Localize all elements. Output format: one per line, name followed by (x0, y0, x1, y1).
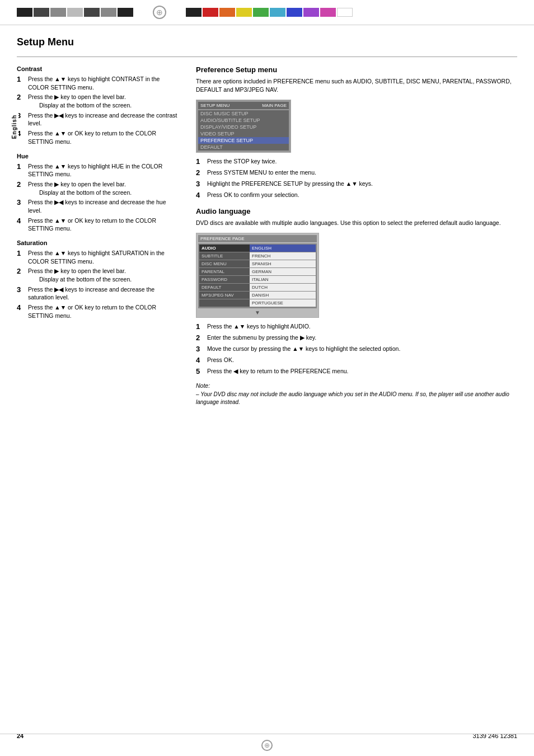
audio-intro: DVD discs are available with multiple au… (196, 219, 517, 227)
list-item: 1 Press the STOP key twice. (196, 157, 517, 167)
audio-menu-screenshot: PREFERENCE PAGE AUDIO ENGLISH SUBTITLE F… (196, 233, 319, 318)
color-block (84, 8, 100, 17)
list-item: 3 Highlight the PREFERENCE SETUP by pres… (196, 180, 517, 189)
list-item: 1 Press the ▲▼ keys to highlight AUDIO. (196, 322, 517, 332)
list-item: 2 Press the ▶ key to open the level bar.… (17, 180, 179, 196)
list-item: 4 Press the ▲▼ or OK key to return to th… (17, 303, 179, 320)
preference-heading: Preference Setup menu (196, 65, 517, 74)
color-block (34, 8, 49, 17)
color-block (50, 8, 66, 17)
color-block (236, 8, 252, 17)
list-item: 2 Press SYSTEM MENU to enter the menu. (196, 168, 517, 178)
contrast-list: 1 Press the ▲▼ keys to highlight CONTRAS… (17, 75, 179, 146)
language-tab: English (10, 112, 18, 142)
note-section: Note: – Your DVD disc may not include th… (196, 382, 517, 406)
color-block (67, 8, 83, 17)
page-title: Setup Menu (17, 36, 517, 48)
saturation-heading: Saturation (17, 240, 179, 246)
bottom-bar: ⊕ (0, 734, 534, 756)
color-block (337, 8, 353, 17)
preference-menu-screenshot: SETUP MENU MAIN PAGE DISC MUSIC SETUP AU… (196, 100, 291, 153)
list-item: 3 Press the ▶◀ keys to increase and decr… (17, 198, 179, 214)
contrast-heading: Contrast (17, 65, 179, 72)
list-item: 4 Press the ▲▼ or OK key to return to th… (17, 217, 179, 233)
two-column-layout: Contrast 1 Press the ▲▼ keys to highligh… (17, 65, 517, 406)
color-block (186, 8, 202, 17)
left-column: Contrast 1 Press the ▲▼ keys to highligh… (17, 65, 179, 406)
audio-steps: 1 Press the ▲▼ keys to highlight AUDIO. … (196, 322, 517, 376)
color-block (253, 8, 269, 17)
list-item: 4 Press the ▲▼ or OK key to return to th… (17, 129, 179, 145)
color-block (203, 8, 218, 17)
list-item: 3 Press the ▶◀ keys to increase and decr… (17, 111, 179, 128)
note-label: Note: (196, 382, 517, 389)
page-content: Setup Menu Contrast 1 Press the ▲▼ keys … (0, 25, 534, 423)
color-block (320, 8, 336, 17)
left-color-blocks (17, 8, 133, 17)
divider (17, 57, 517, 57)
top-bar: ⊕ (0, 0, 534, 25)
audio-language-heading: Audio language (196, 207, 517, 215)
list-item: 4 Press OK. (196, 356, 517, 365)
color-block (287, 8, 302, 17)
list-item: 5 Press the ◀ key to return to the PREFE… (196, 367, 517, 377)
hue-list: 1 Press the ▲▼ keys to highlight HUE in … (17, 162, 179, 233)
chevron-down-icon: ▼ (198, 309, 317, 316)
bottom-circle-icon: ⊕ (261, 740, 273, 751)
color-block (101, 8, 116, 17)
color-block (118, 8, 133, 17)
list-item: 3 Move the cursor by pressing the ▲▼ key… (196, 345, 517, 354)
color-block (303, 8, 319, 17)
right-column: Preference Setup menu There are options … (196, 65, 517, 406)
color-block (219, 8, 235, 17)
color-block (17, 8, 32, 17)
list-item: 3 Press the ▶◀ keys to increase and decr… (17, 285, 179, 302)
preference-intro: There are options included in PREFERENCE… (196, 77, 517, 94)
list-item: 1 Press the ▲▼ keys to highlight CONTRAS… (17, 75, 179, 91)
list-item: 2 Enter the submenu by pressing the ▶ ke… (196, 334, 517, 343)
list-item: 4 Press OK to confirm your selection. (196, 191, 517, 200)
color-block (270, 8, 285, 17)
list-item: 2 Press the ▶ key to open the level bar.… (17, 267, 179, 283)
list-item: 1 Press the ▲▼ keys to highlight SATURAT… (17, 249, 179, 265)
right-color-blocks (186, 8, 353, 17)
saturation-list: 1 Press the ▲▼ keys to highlight SATURAT… (17, 249, 179, 320)
hue-heading: Hue (17, 153, 179, 159)
list-item: 2 Press the ▶ key to open the level bar.… (17, 93, 179, 109)
preference-steps: 1 Press the STOP key twice. 2 Press SYST… (196, 157, 517, 200)
note-text: – Your DVD disc may not include the audi… (196, 391, 517, 406)
circle-crosshair-icon: ⊕ (153, 6, 166, 19)
list-item: 1 Press the ▲▼ keys to highlight HUE in … (17, 162, 179, 179)
